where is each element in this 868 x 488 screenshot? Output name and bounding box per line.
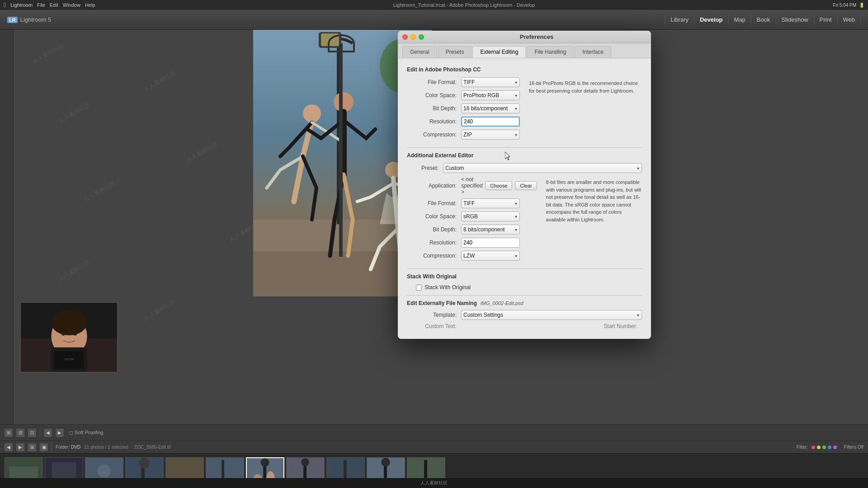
- toolbar-icon-5[interactable]: ▶: [56, 429, 64, 437]
- additional-resolution-input[interactable]: [461, 238, 520, 248]
- adobe-file-format-row: File Format: TIFF PSD: [407, 77, 520, 87]
- custom-text-row: Custom Text: Start Number:: [407, 323, 642, 329]
- filter-dot-blue[interactable]: [828, 446, 831, 449]
- additional-compression-select-wrapper: LZW ZIP None: [461, 251, 520, 261]
- watermark-text-8: 人人素材社区: [142, 298, 177, 323]
- adobe-color-space-row: Color Space: ProPhoto RGB sRGB AdobeRGB: [407, 90, 520, 100]
- apple-menu[interactable]: : [4, 1, 6, 9]
- additional-color-space-row: Color Space: sRGB ProPhoto RGB AdobeRGB: [407, 211, 537, 221]
- divider-3: [407, 295, 642, 296]
- top-bar-right: Fri 5:04 PM 🔋: [833, 3, 864, 8]
- template-row: Template: Custom Settings Filename Filen…: [407, 310, 642, 320]
- preferences-dialog: Preferences General Presets External Edi…: [398, 31, 651, 339]
- tab-interface[interactable]: Interface: [575, 46, 611, 58]
- lr-logo: LR Lightroom 5: [7, 16, 51, 23]
- toolbar-bottom: ⊞ ☰ ⊡ ◀ ▶ ◻ Soft Proofing: [0, 424, 868, 441]
- filter-dot-purple[interactable]: [833, 446, 837, 449]
- additional-file-format-select[interactable]: TIFF PSD: [461, 198, 520, 208]
- webcam-svg: tutorial: [21, 302, 117, 372]
- system-time: Fri 5:04 PM: [833, 3, 856, 8]
- preset-select-wrapper: Custom: [443, 163, 642, 173]
- filter-text: Filter:: [797, 445, 808, 450]
- additional-resolution-row: Resolution:: [407, 238, 537, 248]
- additional-bit-depth-select[interactable]: 8 bits/component 16 bits/component: [461, 225, 520, 235]
- adobe-compression-select[interactable]: ZIP LZW None: [461, 130, 520, 140]
- divider-2: [407, 268, 642, 269]
- additional-resolution-label: Resolution:: [407, 239, 461, 246]
- clear-button[interactable]: Clear: [515, 181, 537, 190]
- additional-info-text-container: 8-bit files are smaller and more compati…: [537, 176, 642, 264]
- nav-web[interactable]: Web: [838, 14, 861, 25]
- nav-print[interactable]: Print: [814, 14, 838, 25]
- filter-single-icon[interactable]: ▣: [40, 443, 48, 451]
- selected-file: : DSC_5680-Edit.tif: [132, 445, 171, 450]
- menu-file[interactable]: File: [37, 2, 45, 8]
- filter-dot-yellow[interactable]: [817, 446, 821, 449]
- filter-sep: [52, 443, 52, 452]
- toolbar-icon-2[interactable]: ☰: [16, 429, 24, 437]
- template-label: Template:: [407, 312, 461, 318]
- filter-bar: ◀ ▶ ⊞ ▣ Folder: DVD 11 photos / 1 select…: [0, 441, 868, 453]
- start-number-label: Start Number:: [604, 323, 637, 329]
- tab-general[interactable]: General: [402, 46, 437, 58]
- nav-library[interactable]: Library: [665, 14, 694, 25]
- window-title: Lightroom_Tutorial.lrcat - Adobe Photosh…: [101, 2, 828, 8]
- dialog-titlebar: Preferences: [398, 31, 651, 43]
- file-naming-header: Edit Externally File Naming: [407, 300, 477, 306]
- photo-lamp-head: [328, 34, 355, 52]
- watermark-text-5: 人人素材社区: [82, 179, 117, 204]
- menu-window[interactable]: Window: [63, 2, 80, 8]
- nav-book[interactable]: Book: [751, 14, 776, 25]
- watermark-text-4: 人人素材社区: [185, 140, 220, 165]
- additional-file-format-select-wrapper: TIFF PSD: [461, 198, 520, 208]
- tab-presets[interactable]: Presets: [438, 46, 472, 58]
- preset-select[interactable]: Custom: [443, 163, 642, 173]
- adobe-file-format-select[interactable]: TIFF PSD: [461, 77, 520, 87]
- toolbar-separator-1: [40, 428, 40, 437]
- stack-section-header: Stack With Original: [407, 273, 642, 280]
- toolbar-icon-3[interactable]: ⊡: [28, 429, 36, 437]
- filter-back-icon[interactable]: ◀: [5, 443, 13, 451]
- filter-dot-green[interactable]: [822, 446, 826, 449]
- custom-text-label: Custom Text:: [407, 323, 461, 329]
- additional-section-form: Application: < not specified > Choose Cl…: [407, 176, 537, 264]
- stack-checkbox-row: Stack With Original: [407, 284, 642, 291]
- dialog-tabs: General Presets External Editing File Ha…: [398, 43, 651, 58]
- stack-checkbox[interactable]: [416, 285, 422, 291]
- watermark-text-7: 人人素材社区: [57, 258, 91, 283]
- adobe-color-space-select[interactable]: ProPhoto RGB sRGB AdobeRGB: [461, 90, 520, 100]
- filter-forward-icon[interactable]: ▶: [16, 443, 24, 451]
- filter-dot-red[interactable]: [811, 446, 815, 449]
- menu-edit[interactable]: Edit: [50, 2, 58, 8]
- nav-map[interactable]: Map: [729, 14, 751, 25]
- tab-file-handling[interactable]: File Handling: [527, 46, 574, 58]
- watermark-text: 人人素材社区: [31, 41, 66, 66]
- filter-grid-icon[interactable]: ⊞: [28, 443, 36, 451]
- adobe-compression-label: Compression:: [407, 131, 461, 138]
- adobe-bit-depth-select[interactable]: 16 bits/component 8 bits/component: [461, 103, 520, 113]
- tab-external-editing[interactable]: External Editing: [472, 46, 526, 58]
- folder-label: Folder: DVD: [56, 445, 80, 450]
- nav-develop[interactable]: Develop: [694, 14, 729, 25]
- toolbar-icon-1[interactable]: ⊞: [5, 429, 13, 437]
- lr-badge: LR: [7, 17, 18, 23]
- additional-compression-select[interactable]: LZW ZIP None: [461, 251, 520, 261]
- toolbar-icon-4[interactable]: ◀: [44, 429, 52, 437]
- maximize-button[interactable]: [419, 34, 424, 40]
- application-label: Application:: [407, 183, 461, 189]
- additional-compression-label: Compression:: [407, 253, 461, 259]
- lr-app-title: Lightroom 5: [20, 16, 52, 23]
- nav-slideshow[interactable]: Slideshow: [776, 14, 814, 25]
- left-panel: [0, 30, 14, 424]
- adobe-bit-depth-select-wrapper: 16 bits/component 8 bits/component: [461, 103, 520, 113]
- close-button[interactable]: [402, 34, 408, 40]
- dialog-content: Edit in Adobe Photoshop CC File Format: …: [398, 58, 651, 339]
- adobe-resolution-input[interactable]: [461, 117, 520, 127]
- additional-color-space-select[interactable]: sRGB ProPhoto RGB AdobeRGB: [461, 211, 520, 221]
- template-select[interactable]: Custom Settings Filename Filename - Sequ…: [461, 310, 642, 320]
- menu-lightroom[interactable]: Lightroom: [10, 2, 33, 8]
- choose-button[interactable]: Choose: [485, 181, 512, 190]
- application-row: Application: < not specified > Choose Cl…: [407, 176, 537, 195]
- menu-help[interactable]: Help: [85, 2, 95, 8]
- minimize-button[interactable]: [410, 34, 416, 40]
